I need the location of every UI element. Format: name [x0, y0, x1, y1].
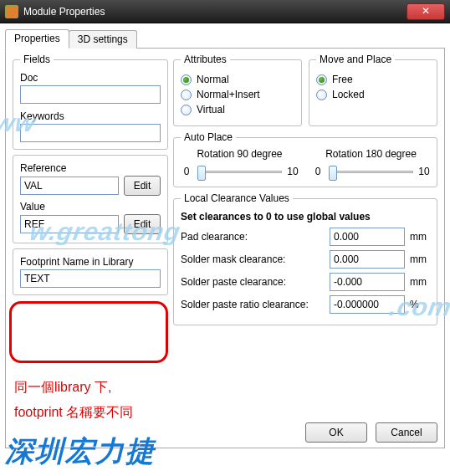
- keywords-input[interactable]: [20, 124, 161, 142]
- mp-free-radio[interactable]: Free: [316, 74, 430, 85]
- attributes-legend: Attributes: [181, 54, 230, 65]
- rot180-min: 0: [312, 166, 324, 177]
- rot180-max: 10: [418, 166, 430, 177]
- move-place-group: Move and Place Free Locked: [309, 54, 437, 126]
- pad-clearance-label: Pad clearance:: [181, 231, 325, 243]
- pad-clearance-unit: mm: [410, 231, 430, 243]
- clearance-heading: Set clearances to 0 to use global values: [181, 211, 430, 223]
- attr-normal-insert-radio[interactable]: Normal+Insert: [181, 89, 294, 100]
- attr-normal-radio[interactable]: Normal: [181, 74, 294, 85]
- attributes-group: Attributes Normal Normal+Insert Virtual: [173, 54, 302, 126]
- local-clearance-legend: Local Clearance Values: [181, 192, 293, 204]
- reference-group: Reference Edit Value Edit: [13, 155, 168, 243]
- annotation-text-line1: 同一個library 下,: [14, 376, 111, 398]
- fields-legend: Fields: [20, 54, 54, 65]
- tab-page-properties: Fields Doc Keywords Reference Edit Value…: [5, 49, 445, 448]
- annotation-highlight-box: [9, 301, 168, 363]
- app-icon: [5, 5, 18, 18]
- cancel-button[interactable]: Cancel: [376, 422, 437, 443]
- attr-normal-insert-label: Normal+Insert: [197, 89, 260, 100]
- ratio-clearance-label: Solder paste ratio clearance:: [181, 299, 325, 310]
- footprint-name-group: Footprint Name in Library: [13, 248, 168, 295]
- auto-place-legend: Auto Place: [181, 131, 236, 143]
- move-place-legend: Move and Place: [316, 54, 395, 65]
- radio-icon: [316, 90, 327, 100]
- rot90-max: 10: [287, 166, 299, 177]
- attr-virtual-radio[interactable]: Virtual: [181, 104, 294, 115]
- ratio-clearance-input[interactable]: [330, 295, 405, 314]
- tab-3d-settings[interactable]: 3D settings: [69, 30, 137, 49]
- fields-group: Fields Doc Keywords: [13, 54, 168, 150]
- reference-input[interactable]: [20, 177, 119, 195]
- rot90-slider[interactable]: [197, 163, 282, 180]
- paste-clearance-unit: mm: [410, 276, 430, 288]
- doc-input[interactable]: [20, 85, 161, 104]
- radio-icon: [181, 90, 192, 100]
- paste-clearance-input[interactable]: [330, 273, 405, 291]
- doc-label: Doc: [20, 72, 161, 84]
- rot180-slider[interactable]: [329, 163, 413, 180]
- ratio-clearance-unit: %: [410, 299, 430, 310]
- left-column: Fields Doc Keywords Reference Edit Value…: [13, 54, 168, 300]
- value-label: Value: [20, 201, 161, 212]
- annotation-text-line2: footprint 名稱要不同: [14, 402, 133, 423]
- local-clearance-group: Local Clearance Values Set clearances to…: [173, 192, 437, 325]
- close-button[interactable]: ✕: [407, 3, 445, 20]
- client-area: Properties 3D settings Fields Doc Keywor…: [0, 23, 450, 476]
- radio-icon: [316, 74, 327, 85]
- radio-icon: [181, 74, 192, 85]
- mask-clearance-label: Solder mask clearance:: [181, 253, 325, 265]
- ok-button[interactable]: OK: [305, 422, 367, 443]
- value-input[interactable]: [20, 215, 119, 233]
- attr-normal-label: Normal: [197, 74, 229, 85]
- auto-place-group: Auto Place Rotation 90 degree 0 10: [173, 131, 437, 187]
- mp-locked-label: Locked: [332, 89, 365, 100]
- right-column: Attributes Normal Normal+Insert Virtual: [173, 54, 437, 330]
- reference-label: Reference: [20, 162, 161, 174]
- keywords-label: Keywords: [20, 110, 161, 122]
- mask-clearance-input[interactable]: [330, 250, 405, 269]
- titlebar: Module Properties ✕: [0, 0, 450, 23]
- reference-edit-button[interactable]: Edit: [124, 176, 161, 196]
- window-title: Module Properties: [23, 6, 407, 18]
- footprint-name-label: Footprint Name in Library: [20, 256, 161, 268]
- mp-locked-radio[interactable]: Locked: [316, 89, 430, 100]
- tab-properties[interactable]: Properties: [5, 29, 69, 49]
- mp-free-label: Free: [332, 74, 353, 85]
- rot180-label: Rotation 180 degree: [312, 148, 430, 160]
- footprint-name-input[interactable]: [20, 269, 161, 288]
- value-edit-button[interactable]: Edit: [124, 214, 161, 234]
- mask-clearance-unit: mm: [410, 253, 430, 265]
- pad-clearance-input[interactable]: [330, 228, 405, 246]
- close-icon: ✕: [422, 5, 430, 17]
- rot90-min: 0: [181, 166, 192, 177]
- paste-clearance-label: Solder paste clearance:: [181, 276, 325, 288]
- dialog-buttons: OK Cancel: [305, 422, 437, 443]
- rot90-label: Rotation 90 degree: [181, 148, 299, 160]
- attr-virtual-label: Virtual: [197, 104, 225, 115]
- tab-bar: Properties 3D settings: [5, 28, 445, 49]
- radio-icon: [181, 105, 192, 115]
